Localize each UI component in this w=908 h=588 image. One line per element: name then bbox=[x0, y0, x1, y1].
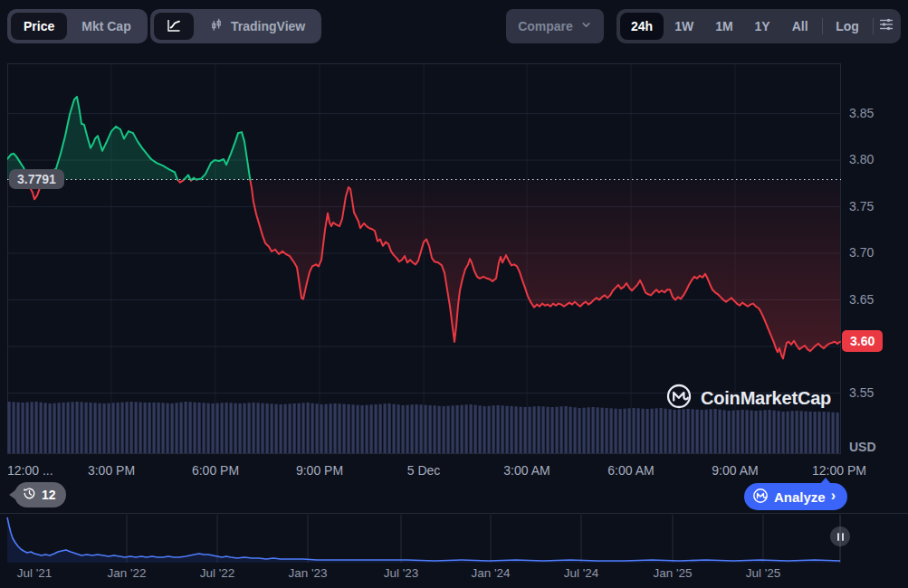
timeline-canvas bbox=[0, 514, 908, 566]
x-axis-label: 3:00 AM bbox=[503, 463, 550, 478]
x-axis-label: 3:00 PM bbox=[88, 463, 135, 478]
chart-metric-toggle: Price Mkt Cap bbox=[7, 9, 148, 43]
timeline-label: Jul '25 bbox=[746, 566, 781, 580]
divider bbox=[822, 18, 823, 34]
x-axis-label: 12:00 PM bbox=[812, 463, 866, 478]
history-badge[interactable]: 12 bbox=[14, 482, 66, 507]
compare-dropdown[interactable]: Compare bbox=[506, 9, 604, 43]
price-tab-label: Price bbox=[24, 19, 54, 33]
chart-settings-button[interactable] bbox=[876, 13, 897, 40]
range-1m[interactable]: 1M bbox=[704, 13, 743, 40]
y-axis-label: 3.65 bbox=[849, 292, 874, 307]
tradingview-label: TradingView bbox=[231, 19, 305, 33]
tradingview-button[interactable]: TradingView bbox=[196, 17, 318, 36]
timeline-label: Jan '25 bbox=[653, 566, 692, 580]
range-24h-label: 24h bbox=[631, 19, 653, 33]
x-axis-label: 6:00 PM bbox=[192, 463, 239, 478]
line-chart-icon bbox=[165, 16, 183, 37]
last-price-badge: 3.60 bbox=[842, 330, 883, 352]
price-tab[interactable]: Price bbox=[11, 13, 67, 40]
analyze-logo-icon bbox=[752, 488, 769, 507]
timeline-label: Jan '22 bbox=[107, 566, 146, 580]
pause-icon bbox=[837, 533, 839, 541]
log-scale-toggle[interactable]: Log bbox=[825, 13, 870, 40]
timeline-label: Jul '23 bbox=[384, 566, 419, 580]
timeline-label: Jan '24 bbox=[471, 566, 510, 580]
history-count: 12 bbox=[42, 488, 56, 502]
open-price-value: 3.7791 bbox=[17, 172, 56, 186]
time-range-control: 24h 1W 1M 1Y All Log bbox=[616, 9, 901, 43]
y-axis-label: 3.55 bbox=[849, 385, 874, 400]
history-badge-tail bbox=[9, 490, 15, 499]
y-axis-label: 3.75 bbox=[849, 199, 874, 213]
analyze-button[interactable]: Analyze › bbox=[744, 483, 847, 510]
timeline-label: Jan '23 bbox=[288, 566, 327, 580]
timeline-scrubber[interactable] bbox=[0, 513, 908, 565]
price-chart-page: Price Mkt Cap TradingView Compare bbox=[0, 0, 908, 588]
coinmarketcap-logo-icon bbox=[665, 383, 693, 413]
x-axis-label: 9:00 PM bbox=[296, 463, 343, 478]
range-1w[interactable]: 1W bbox=[664, 13, 704, 40]
chevron-right-icon: › bbox=[831, 488, 836, 504]
analyze-button-tail bbox=[820, 478, 831, 484]
x-axis-label: 12:00 ... bbox=[7, 463, 53, 478]
log-label: Log bbox=[836, 19, 859, 33]
mktcap-tab[interactable]: Mkt Cap bbox=[69, 13, 143, 40]
y-axis-label: 3.85 bbox=[849, 106, 874, 120]
range-1m-label: 1M bbox=[715, 19, 732, 33]
currency-label: USD bbox=[849, 440, 876, 454]
timeline-label: Jul '22 bbox=[200, 566, 235, 580]
chevron-down-icon bbox=[580, 19, 592, 33]
last-price-value: 3.60 bbox=[850, 334, 875, 348]
timeline-label: Jul '21 bbox=[17, 566, 53, 580]
coinmarketcap-watermark: CoinMarketCap bbox=[665, 383, 831, 413]
x-axis-label: 9:00 AM bbox=[712, 463, 758, 478]
history-icon bbox=[23, 487, 36, 503]
sliders-icon bbox=[877, 15, 895, 37]
range-1y[interactable]: 1Y bbox=[744, 13, 781, 40]
mktcap-tab-label: Mkt Cap bbox=[81, 19, 130, 33]
analyze-label: Analyze bbox=[774, 489, 826, 505]
timeline-drag-handle[interactable] bbox=[830, 526, 850, 546]
range-1w-label: 1W bbox=[674, 19, 693, 33]
open-price-badge: 3.7791 bbox=[9, 169, 64, 189]
chart-style-toggle: TradingView bbox=[150, 9, 321, 43]
range-all[interactable]: All bbox=[781, 13, 819, 40]
timeline-label: Jul '24 bbox=[564, 566, 599, 580]
y-axis-label: 3.70 bbox=[849, 245, 874, 260]
x-axis-label: 6:00 AM bbox=[607, 463, 654, 478]
range-all-label: All bbox=[792, 19, 808, 33]
watermark-text: CoinMarketCap bbox=[701, 388, 831, 409]
range-24h[interactable]: 24h bbox=[620, 13, 664, 40]
compare-label: Compare bbox=[518, 19, 573, 33]
range-1y-label: 1Y bbox=[755, 19, 770, 33]
divider bbox=[873, 18, 874, 34]
candlestick-icon bbox=[208, 17, 225, 36]
y-axis-label: 3.80 bbox=[849, 152, 874, 166]
line-chart-button[interactable] bbox=[154, 13, 194, 40]
x-axis-label: 5 Dec bbox=[407, 463, 441, 478]
